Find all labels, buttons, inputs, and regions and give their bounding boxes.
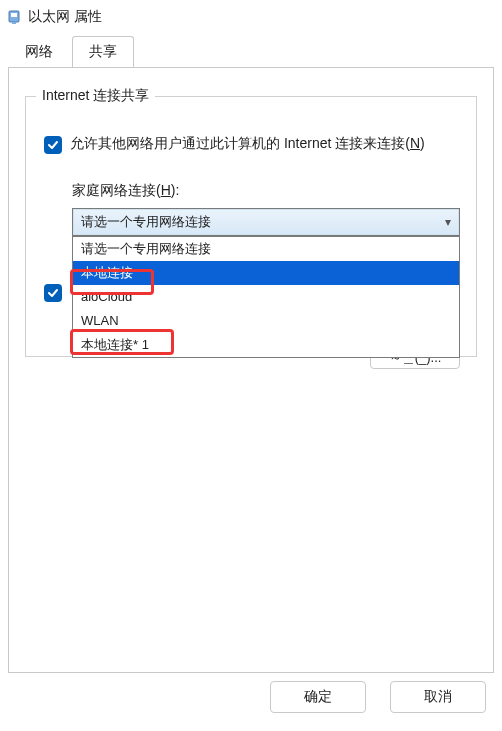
home-network-label: 家庭网络连接(H): — [72, 182, 460, 200]
combo-option[interactable]: 请选一个专用网络连接 — [73, 237, 459, 261]
sharing-tab-panel: Internet 连接共享 允许其他网络用户通过此计算机的 Internet 连… — [8, 67, 494, 673]
svg-rect-2 — [12, 22, 16, 24]
combo-option[interactable]: 本地连接 — [73, 261, 459, 285]
properties-window: 以太网 属性 网络 共享 Internet 连接共享 允许其他网络用户通过此计算… — [0, 0, 502, 731]
ethernet-icon — [6, 9, 22, 25]
tab-network[interactable]: 网络 — [8, 36, 70, 67]
home-network-combo-wrap: 请选一个专用网络连接 ▾ 请选一个专用网络连接 本地连接 aioCloud WL… — [72, 208, 460, 236]
ok-button[interactable]: 确定 — [270, 681, 366, 713]
home-network-combo[interactable]: 请选一个专用网络连接 ▾ — [72, 208, 460, 236]
tab-sharing[interactable]: 共享 — [72, 36, 134, 68]
tabbar: 网络 共享 — [0, 34, 502, 68]
combo-option[interactable]: 本地连接* 1 — [73, 333, 459, 357]
home-network-dropdown: 请选一个专用网络连接 本地连接 aioCloud WLAN 本地连接* 1 — [72, 236, 460, 358]
ics-legend: Internet 连接共享 — [36, 87, 155, 105]
allow-sharing-label: 允许其他网络用户通过此计算机的 Internet 连接来连接(N) — [70, 135, 425, 153]
cancel-button[interactable]: 取消 — [390, 681, 486, 713]
ics-groupbox: Internet 连接共享 允许其他网络用户通过此计算机的 Internet 连… — [25, 96, 477, 357]
allow-control-checkbox[interactable] — [44, 284, 62, 302]
allow-sharing-row[interactable]: 允许其他网络用户通过此计算机的 Internet 连接来连接(N) — [44, 135, 460, 154]
dialog-footer: 确定 取消 — [0, 681, 502, 731]
combo-option[interactable]: WLAN — [73, 309, 459, 333]
allow-sharing-checkbox[interactable] — [44, 136, 62, 154]
chevron-down-icon: ▾ — [445, 215, 451, 229]
window-title: 以太网 属性 — [28, 8, 102, 26]
svg-rect-1 — [11, 13, 17, 17]
combo-option[interactable]: aioCloud — [73, 285, 459, 309]
combo-selected-text: 请选一个专用网络连接 — [81, 213, 211, 231]
titlebar: 以太网 属性 — [0, 0, 502, 34]
